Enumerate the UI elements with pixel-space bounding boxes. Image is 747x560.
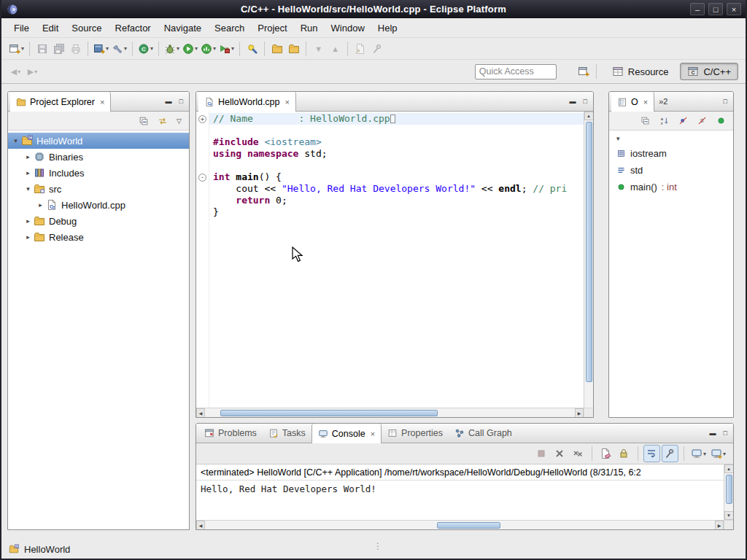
scroll-right-icon[interactable]: ▶ <box>575 408 584 418</box>
dropdown-icon[interactable]: ▾ <box>34 69 37 75</box>
tab-console[interactable]: Console × <box>311 424 382 443</box>
print-button[interactable] <box>67 40 84 58</box>
quick-access-input[interactable] <box>475 64 557 79</box>
display-selected-console-button[interactable]: ▾ <box>689 445 708 462</box>
dropdown-icon[interactable]: ▾ <box>231 45 234 52</box>
pin-editor-button[interactable] <box>368 40 385 58</box>
menu-navigate[interactable]: Navigate <box>158 20 208 36</box>
search-button[interactable] <box>244 40 260 58</box>
tab-helloworld-cpp[interactable]: HelloWorld.cpp × <box>198 92 296 112</box>
dropdown-icon[interactable]: ▾ <box>150 45 153 52</box>
editor-vertical-scrollbar[interactable]: ▲ <box>584 112 593 408</box>
back-button[interactable]: ◀▾ <box>7 63 24 80</box>
tab-outline[interactable]: O × <box>611 92 654 112</box>
hide-non-public-button[interactable] <box>713 112 729 130</box>
word-wrap-button[interactable] <box>643 445 660 462</box>
console-vertical-scrollbar[interactable]: ▲ ▼ <box>724 464 733 520</box>
outline-item-main[interactable]: main() : int <box>609 179 733 195</box>
menu-edit[interactable]: Edit <box>36 20 65 36</box>
perspective-resource-button[interactable]: Resource <box>605 63 676 80</box>
minimize-view-button[interactable]: ▬ <box>166 98 172 105</box>
scroll-right-icon[interactable]: ▶ <box>715 521 724 530</box>
open-resource-button[interactable] <box>285 40 302 58</box>
expand-arrow-icon[interactable]: ▸ <box>23 217 33 225</box>
scroll-left-icon[interactable]: ◀ <box>196 521 205 530</box>
console-horizontal-scrollbar[interactable]: ◀ ▶ <box>196 520 724 529</box>
tree-item-helloworld-cpp[interactable]: ▸ HelloWorld.cpp <box>8 197 189 213</box>
expand-arrow-icon[interactable]: ▸ <box>36 201 45 209</box>
forward-button[interactable]: ▶▾ <box>24 63 41 80</box>
window-minimize-button[interactable]: – <box>690 3 705 15</box>
close-icon[interactable]: × <box>100 98 104 106</box>
window-close-button[interactable]: × <box>727 3 741 15</box>
scrollbar-thumb[interactable] <box>437 522 500 529</box>
open-type-button[interactable] <box>268 40 285 58</box>
sash-grip[interactable]: ⋮ <box>374 541 382 551</box>
scrollb-thumb[interactable] <box>586 122 592 382</box>
debug-button[interactable]: ▾ <box>163 40 181 58</box>
minimize-view-button[interactable]: ▬ <box>710 430 716 437</box>
tab-properties[interactable]: Properties <box>382 424 449 443</box>
remove-launch-button[interactable] <box>551 445 568 462</box>
expand-arrow-icon[interactable]: ▸ <box>23 233 33 241</box>
maximize-view-button[interactable]: □ <box>584 98 587 105</box>
new-class-button[interactable]: ▾ <box>136 40 155 58</box>
menu-file[interactable]: File <box>7 20 36 36</box>
profile-button[interactable]: ▾ <box>199 40 217 58</box>
save-button[interactable] <box>34 40 50 58</box>
tree-item-release[interactable]: ▸ Release <box>8 229 189 245</box>
expand-arrow-icon[interactable]: ▸ <box>23 153 33 160</box>
pin-console-button[interactable] <box>662 445 678 462</box>
view-menu-button[interactable]: ▽ <box>173 117 185 125</box>
run-button[interactable]: ▾ <box>181 40 199 58</box>
menu-source[interactable]: Source <box>65 20 108 36</box>
terminate-button[interactable] <box>533 445 550 462</box>
perspective-cpp-button[interactable]: C/C++ <box>680 63 738 80</box>
menu-run[interactable]: Run <box>294 20 325 36</box>
code-area[interactable]: + // Name : HelloWorld.cpp #include <ios… <box>196 112 584 408</box>
expand-arrow-icon[interactable]: ▾ <box>23 185 33 192</box>
external-tools-button[interactable]: ▾ <box>217 40 236 58</box>
hide-fields-button[interactable] <box>675 112 692 130</box>
tree-item-debug[interactable]: ▸ Debug <box>8 213 189 229</box>
menu-help[interactable]: Help <box>371 20 404 36</box>
build-button[interactable]: ▾ <box>110 40 128 58</box>
menu-project[interactable]: Project <box>251 20 293 36</box>
minimize-view-button[interactable]: ▬ <box>570 98 576 105</box>
scrollbar-thumb[interactable] <box>220 410 437 416</box>
tab-project-explorer[interactable]: Project Explorer × <box>10 92 111 112</box>
tree-item-includes[interactable]: ▸ Includes <box>8 165 189 181</box>
open-console-button[interactable]: ▾ <box>709 445 727 462</box>
menu-window[interactable]: Window <box>325 20 371 36</box>
open-perspective-button[interactable] <box>576 63 592 80</box>
scroll-up-icon[interactable]: ▲ <box>724 464 734 473</box>
console-body[interactable]: <terminated> HelloWorld [C/C++ Applicati… <box>196 464 733 529</box>
close-icon[interactable]: × <box>285 98 290 106</box>
tree-item-helloworld[interactable]: ▾ HelloWorld <box>8 133 189 149</box>
new-wizard-button[interactable]: ▾ <box>7 40 26 58</box>
next-annotation-button[interactable]: ▼ <box>310 40 327 58</box>
clear-console-button[interactable] <box>597 445 614 462</box>
dropdown-icon[interactable]: ▾ <box>723 451 726 457</box>
tab-tasks[interactable]: Tasks <box>263 424 311 443</box>
save-all-button[interactable] <box>50 40 67 58</box>
tab-call-graph[interactable]: Call Graph <box>449 424 518 443</box>
collapse-all-button[interactable] <box>135 112 152 130</box>
new-cpp-project-button[interactable]: ▾ <box>92 40 110 58</box>
previous-annotation-button[interactable]: ▲ <box>327 40 344 58</box>
dropdown-icon[interactable]: ▾ <box>124 45 127 52</box>
dropdown-icon[interactable]: ▾ <box>195 45 198 52</box>
editor-horizontal-scrollbar[interactable]: ◀ ▶ <box>196 408 584 417</box>
close-icon[interactable]: × <box>643 98 648 106</box>
fold-collapsed-icon[interactable]: + <box>198 115 206 123</box>
outline-item-iostream[interactable]: iostream <box>609 145 733 162</box>
outline-item-std[interactable]: std <box>609 162 733 179</box>
scrollbar-thumb[interactable] <box>726 475 732 504</box>
menu-search[interactable]: Search <box>208 20 251 36</box>
expand-arrow-icon[interactable]: ▸ <box>23 169 33 176</box>
dropdown-icon[interactable]: ▾ <box>21 45 24 52</box>
dropdown-icon[interactable]: ▾ <box>703 451 706 457</box>
dropdown-icon[interactable]: ▾ <box>177 45 179 52</box>
link-with-editor-button[interactable] <box>154 112 171 130</box>
maximize-view-button[interactable]: □ <box>724 98 727 105</box>
